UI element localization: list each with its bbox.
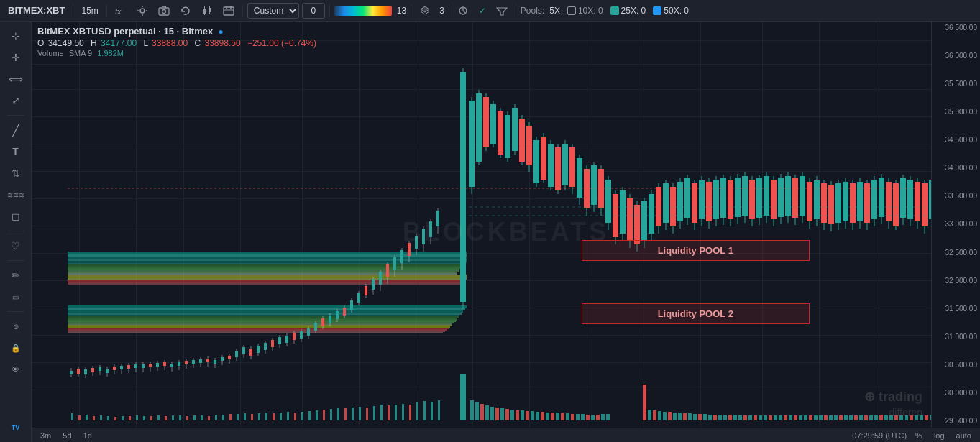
svg-rect-75 <box>134 364 137 368</box>
svg-rect-139 <box>365 286 367 295</box>
pool-10x-checkbox[interactable] <box>567 6 576 15</box>
svg-rect-23 <box>68 259 467 261</box>
pool-25x-checkbox[interactable] <box>610 6 619 15</box>
svg-rect-50 <box>68 325 452 326</box>
svg-rect-177 <box>519 119 525 162</box>
pool-5x[interactable]: 5X <box>549 6 560 16</box>
btn-1d[interactable]: 1d <box>81 431 95 440</box>
svg-rect-334 <box>344 408 347 420</box>
svg-rect-67 <box>106 369 109 373</box>
tradingview-logo[interactable]: TV <box>4 418 27 438</box>
gradient-bar[interactable] <box>334 6 392 16</box>
svg-rect-307 <box>150 416 152 420</box>
svg-rect-187 <box>555 147 561 190</box>
svg-rect-413 <box>824 415 828 420</box>
pool-50x[interactable]: 50X: 0 <box>653 6 689 16</box>
svg-rect-181 <box>533 140 539 183</box>
chart-area[interactable]: BLOCKBEATS BitMEX XBTUSD perpetual · 15 … <box>32 22 980 442</box>
svg-rect-61 <box>84 369 87 374</box>
fibonacci-tool[interactable]: ≋≋≋ <box>4 185 27 205</box>
volume-bars-left-2 <box>68 305 467 333</box>
svg-rect-306 <box>143 416 145 420</box>
symbol-label[interactable]: BITMEX:XBT <box>4 2 68 19</box>
svg-rect-414 <box>829 415 833 420</box>
svg-rect-316 <box>215 415 217 420</box>
svg-rect-77 <box>142 364 145 368</box>
svg-rect-381 <box>663 412 667 420</box>
chart-type-button[interactable] <box>198 2 216 19</box>
svg-rect-378 <box>648 410 651 420</box>
svg-rect-265 <box>835 183 841 223</box>
svg-rect-269 <box>850 183 856 223</box>
price-35000: 35 000.00 <box>932 109 980 116</box>
timeframe-label[interactable]: 15m <box>78 2 101 19</box>
screenshot-button[interactable] <box>155 2 173 19</box>
svg-rect-143 <box>379 272 382 285</box>
svg-rect-346 <box>431 402 433 420</box>
svg-rect-8 <box>203 9 206 14</box>
fx-icon: fx <box>115 5 127 17</box>
lt-sep-2 <box>7 231 24 231</box>
svg-rect-327 <box>294 413 296 420</box>
svg-rect-313 <box>193 415 196 420</box>
pool-50x-checkbox[interactable] <box>653 6 661 15</box>
lock-tool[interactable]: 🔒 <box>4 338 27 358</box>
svg-point-4 <box>137 10 139 11</box>
svg-rect-253 <box>792 178 798 218</box>
checkmark-button[interactable]: ✓ <box>475 2 490 19</box>
btn-5d[interactable]: 5d <box>60 431 74 440</box>
measure-tool[interactable]: ⇅ <box>4 163 27 183</box>
line-tool[interactable]: ╱ <box>4 120 27 140</box>
svg-rect-323 <box>265 413 267 420</box>
svg-rect-34 <box>68 277 467 278</box>
svg-rect-277 <box>879 178 884 217</box>
btn-log[interactable]: log <box>931 431 948 440</box>
layers-button[interactable] <box>416 2 434 19</box>
visibility-tool[interactable]: 👁 <box>4 359 27 379</box>
liq-pool-1-label: Liquidity POOL 1 <box>658 245 733 256</box>
settings-button[interactable] <box>133 2 152 19</box>
pool-10x[interactable]: 10X: 0 <box>567 6 603 16</box>
svg-rect-213 <box>649 194 654 234</box>
brush-tool[interactable]: ✏ <box>4 265 27 285</box>
replay-button[interactable] <box>176 2 195 19</box>
style-value-input[interactable] <box>302 3 325 19</box>
heart-tool[interactable]: ♡ <box>4 236 27 256</box>
move-tool[interactable]: ⟺ <box>4 69 27 89</box>
liq-pool-2-label: Liquidity POOL 2 <box>658 308 733 319</box>
time-button[interactable] <box>219 2 238 19</box>
eraser-tool[interactable]: ▭ <box>4 287 27 307</box>
filter-button[interactable] <box>454 2 472 19</box>
svg-rect-173 <box>505 115 510 158</box>
svg-rect-121 <box>300 331 303 339</box>
svg-rect-385 <box>683 413 687 420</box>
svg-rect-33 <box>68 275 467 277</box>
zoom-tool[interactable]: ⤢ <box>4 91 27 111</box>
svg-rect-93 <box>199 359 202 363</box>
alert-button[interactable] <box>493 2 511 19</box>
svg-rect-311 <box>179 415 181 420</box>
svg-rect-324 <box>273 413 275 420</box>
crosshair-tool[interactable]: ✛ <box>4 47 27 68</box>
ohlc-l-val: 33888.00 <box>152 38 188 48</box>
svg-rect-59 <box>77 369 80 374</box>
svg-rect-157 <box>429 221 432 237</box>
candlestick-chart[interactable] <box>32 22 931 428</box>
indicator-button[interactable]: fx <box>111 2 130 19</box>
svg-rect-300 <box>100 415 102 420</box>
btn-percent[interactable]: % <box>912 431 925 440</box>
svg-rect-387 <box>693 414 697 420</box>
svg-rect-302 <box>114 417 116 420</box>
svg-rect-151 <box>408 243 411 256</box>
svg-rect-99 <box>221 357 224 361</box>
text-tool[interactable]: T <box>4 142 27 162</box>
price-33000: 33 000.00 <box>932 221 980 228</box>
magnet-tool[interactable]: ⊙ <box>4 316 27 336</box>
btn-3m[interactable]: 3m <box>37 431 54 440</box>
svg-rect-255 <box>800 176 805 216</box>
cursor-tool[interactable]: ⊹ <box>4 26 27 46</box>
pool-25x[interactable]: 25X: 0 <box>610 6 646 16</box>
pattern-tool[interactable]: ◻ <box>4 206 27 226</box>
btn-auto[interactable]: auto <box>953 431 974 440</box>
style-select[interactable]: Custom <box>247 3 299 19</box>
